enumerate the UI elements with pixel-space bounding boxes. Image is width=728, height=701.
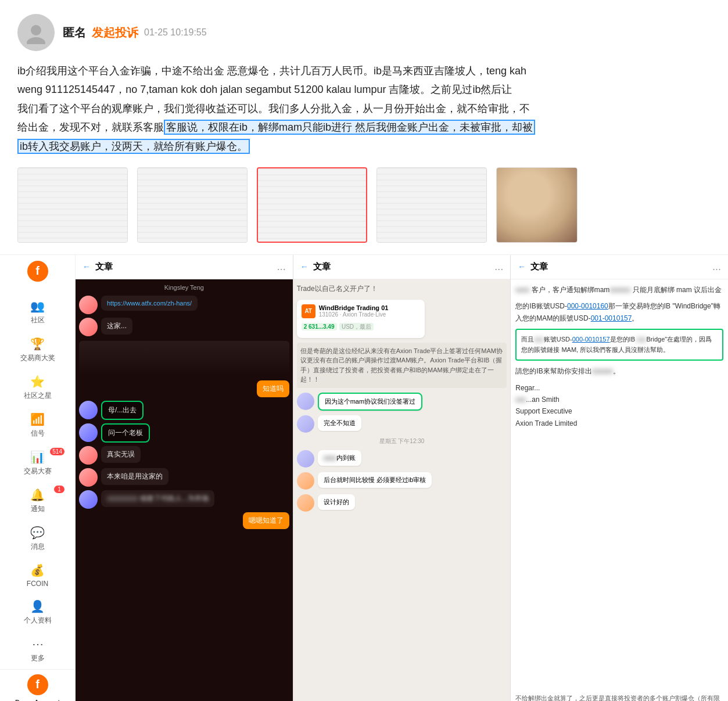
chat-avatar-2 <box>79 318 98 336</box>
community-icon: 👥 <box>30 299 45 313</box>
complaint-title-area: 匿名 发起投诉 01-25 10:19:55 <box>63 25 207 41</box>
ss-more-1[interactable]: ... <box>277 261 286 273</box>
sidebar-label-signal: 信号 <box>31 429 45 438</box>
sidebar-label-star: 社区之星 <box>24 391 52 401</box>
ss-more-3[interactable]: ... <box>712 261 721 273</box>
complaint-image-2[interactable] <box>137 167 248 243</box>
chat3-regar: Regar... xxx...an Smith Support Executiv… <box>515 382 723 430</box>
chat3-content-2: 請您的IB來幫助你安排出xxxxxx。 <box>515 365 723 377</box>
chat-bubble-3: 本来咱是用这家的 <box>101 468 168 485</box>
chat-row-3: 知道吗 <box>79 380 289 397</box>
chat-row-7: 本来咱是用这家的 <box>79 468 289 487</box>
chat-row-5: 问一个老板 <box>79 423 289 443</box>
chat-col-2: Trade以自己名义开户了！ AT WindBridge Trading 01 … <box>293 279 511 701</box>
chat2-bubble-4: 后台就时间比较慢 必须要经过ib审核 <box>318 472 432 488</box>
link-1[interactable]: 000-0010160 <box>567 302 608 310</box>
chat2-notice: 但是奇葩的是这位经纪从来没有在Axion Trade平台上签署过任何MAM协议更… <box>297 343 507 388</box>
chat2-avatar-4 <box>297 472 314 490</box>
chat-avatar-1 <box>79 296 98 314</box>
sidebar-item-awards[interactable]: 🏆 交易商大奖 <box>0 331 75 369</box>
chat2-avatar-5 <box>297 494 314 512</box>
screenshot-col-1: ← 文章 ... Kingsley Teng https://www.atfx.… <box>76 255 293 701</box>
complaint-header: 匿名 发起投诉 01-25 10:19:55 <box>17 14 711 51</box>
chat2-row-2: 完全不知道 <box>297 415 507 433</box>
sidebar-label-community: 社区 <box>31 315 45 325</box>
chat-contact-name: Kingsley Teng <box>79 283 289 292</box>
sidebar-item-notification[interactable]: 1 🔔 通知 <box>0 482 75 520</box>
chat-row-9: 嗯嗯知道了 <box>79 512 289 529</box>
back-arrow-1[interactable]: ← <box>83 262 91 271</box>
complaint-photo[interactable] <box>496 167 578 243</box>
complaint-section: 匿名 发起投诉 01-25 10:19:55 ib介绍我用这个平台入金诈骗，中途… <box>0 0 728 255</box>
highlight-text-2: ib转入我交易账户，没两天，就给所有账户爆仓。 <box>17 139 250 154</box>
card-name: WindBridge Trading 01 <box>319 304 389 311</box>
demo-logo: f <box>27 674 48 695</box>
chat-bubble-link: https://www.atfx.com/zh-hans/ <box>101 296 198 311</box>
chat-row-1: https://www.atfx.com/zh-hans/ <box>79 296 289 314</box>
sidebar-item-profile[interactable]: 👤 个人资料 <box>0 594 75 631</box>
screenshots-area: ← 文章 ... Kingsley Teng https://www.atfx.… <box>76 255 728 701</box>
sidebar-item-message[interactable]: 💬 消息 <box>0 520 75 558</box>
complaint-images <box>17 167 711 243</box>
link-3[interactable]: 000-0010157 <box>572 336 610 343</box>
more-icon: ⋯ <box>32 637 44 651</box>
link-2[interactable]: 001-0010157 <box>591 314 632 322</box>
chat-bubble-green-2: 问一个老板 <box>101 423 150 443</box>
ss-more-2[interactable]: ... <box>494 261 503 273</box>
chat-row-2: 这家... <box>79 318 289 336</box>
chat2-row-3: xxxx内到账 <box>297 450 507 468</box>
sidebar-item-signal[interactable]: 📶 信号 <box>0 407 75 444</box>
contest-badge: 514 <box>50 448 64 455</box>
chat2-card: AT WindBridge Trading 01 131026 · Axion … <box>297 300 425 338</box>
screenshot-col-2: ← 文章 ... Trade以自己名义开户了！ AT WindBridge Tr… <box>293 255 511 701</box>
chat-row-6: 真实无误 <box>79 446 289 465</box>
chat2-row-1: 因为这个mam协议我们没签署过 <box>297 393 507 411</box>
sidebar-item-star[interactable]: ⭐ 社区之星 <box>0 369 75 407</box>
chat-col-1: Kingsley Teng https://www.atfx.com/zh-ha… <box>76 279 293 701</box>
chat-col-3: xxxx 客户，客户通知解绑mamxxxxxx 只能月底解绑 mam 议后出金 … <box>511 279 728 701</box>
complaint-image-3[interactable] <box>257 167 367 243</box>
ss-header-3: ← 文章 ... <box>511 255 728 279</box>
complaint-image-1[interactable] <box>17 167 128 243</box>
sidebar-logo: f <box>27 261 48 282</box>
chat-avatar-6 <box>79 468 98 487</box>
sidebar-label-notification: 通知 <box>31 504 45 514</box>
chat3-footer: 不给解绑出金就算了，之后更是直接将投资者的多个账户割爆仓（所有限制的260万美金… <box>515 693 723 701</box>
ss-header-1: ← 文章 ... <box>76 255 293 279</box>
message-icon: 💬 <box>30 526 45 540</box>
chat2-bubble-3: xxxx内到账 <box>318 450 361 466</box>
sidebar-item-more[interactable]: ⋯ 更多 <box>0 631 75 669</box>
demo-account-area: f Demo Account 10,000.00 USD 发动态 <box>0 669 75 701</box>
card-amount: 2 631...3.49 USD，最后 <box>302 321 420 331</box>
sidebar-item-fcoin[interactable]: 💰 FCOIN <box>0 558 75 594</box>
notification-badge: 1 <box>54 486 64 493</box>
chat-avatar-5 <box>79 446 98 465</box>
demo-account-name: Demo Account <box>5 699 70 701</box>
svg-point-0 <box>31 25 41 35</box>
sidebar-item-community[interactable]: 👥 社区 <box>0 293 75 331</box>
chat2-bubble-1: 因为这个mam协议我们没签署过 <box>318 393 422 411</box>
complaint-tag[interactable]: 发起投诉 <box>92 25 138 41</box>
complaint-image-4[interactable] <box>376 167 487 243</box>
chat2-timestamp: 星期五 下午12:30 <box>297 437 507 445</box>
back-arrow-2[interactable]: ← <box>300 262 309 271</box>
chat-avatar-3 <box>79 401 98 419</box>
screenshot-col-3: ← 文章 ... xxxx 客户，客户通知解绑mamxxxxxx 只能月底解绑 … <box>511 255 728 701</box>
main-bottom: f 👥 社区 🏆 交易商大奖 ⭐ 社区之星 📶 信号 514 📊 交易大赛 1 … <box>0 255 728 701</box>
sidebar-item-contest[interactable]: 514 📊 交易大赛 <box>0 444 75 482</box>
back-arrow-3[interactable]: ← <box>518 262 526 271</box>
notification-icon: 🔔 <box>30 488 45 502</box>
chat-avatar-4 <box>79 423 98 442</box>
chat2-row-4: 后台就时间比较慢 必须要经过ib审核 <box>297 472 507 490</box>
chat3-green-box: 而且xxx账號USD-000-0010157是您的IB xxxBridge"在處… <box>515 329 723 361</box>
awards-icon: 🏆 <box>30 337 45 351</box>
chat3-intro: xxxx 客户，客户通知解绑mamxxxxxx 只能月底解绑 mam 议后出金 <box>515 284 723 296</box>
chat-row-8: xxxxxxxxx 他签了代给人...为市场 <box>79 490 289 509</box>
ss-title-3: 文章 <box>530 261 708 272</box>
complaint-body: ib介绍我用这个平台入金诈骗，中途不给出金 恶意爆仓，共计几百万人民币。ib是马… <box>17 62 711 156</box>
card-logo: AT <box>302 304 315 318</box>
chat-row-4: 母/...出去 <box>79 401 289 420</box>
sidebar-label-message: 消息 <box>31 542 45 552</box>
avatar <box>17 14 55 51</box>
timestamp: 01-25 10:19:55 <box>144 27 207 38</box>
